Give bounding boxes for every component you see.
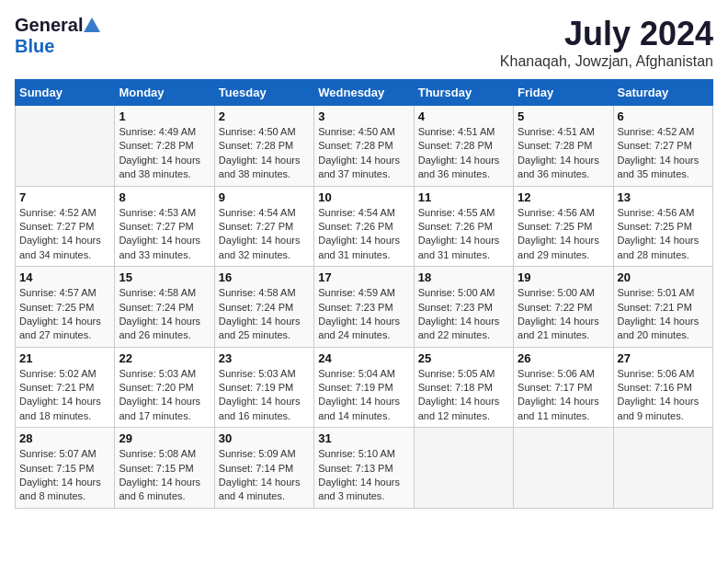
calendar-week-row: 14Sunrise: 4:57 AMSunset: 7:25 PMDayligh…	[16, 267, 713, 348]
calendar-cell: 19Sunrise: 5:00 AMSunset: 7:22 PMDayligh…	[514, 267, 613, 348]
calendar-cell: 27Sunrise: 5:06 AMSunset: 7:16 PMDayligh…	[613, 347, 712, 428]
sunset-text: Sunset: 7:17 PM	[518, 381, 609, 395]
calendar-cell: 6Sunrise: 4:52 AMSunset: 7:27 PMDaylight…	[613, 106, 712, 187]
calendar-cell: 4Sunrise: 4:51 AMSunset: 7:28 PMDaylight…	[414, 106, 513, 187]
sunrise-text: Sunrise: 4:52 AM	[19, 206, 110, 220]
day-number: 21	[19, 351, 110, 365]
calendar-cell: 17Sunrise: 4:59 AMSunset: 7:23 PMDayligh…	[314, 267, 414, 348]
calendar-week-row: 21Sunrise: 5:02 AMSunset: 7:21 PMDayligh…	[16, 347, 713, 428]
calendar-cell: 28Sunrise: 5:07 AMSunset: 7:15 PMDayligh…	[16, 428, 115, 509]
daylight-text: Daylight: 14 hours and 25 minutes.	[219, 315, 310, 343]
day-number: 27	[618, 351, 709, 365]
day-info: Sunrise: 5:03 AMSunset: 7:20 PMDaylight:…	[119, 367, 210, 424]
day-info: Sunrise: 4:56 AMSunset: 7:25 PMDaylight:…	[518, 206, 609, 263]
sunrise-text: Sunrise: 5:06 AM	[618, 367, 709, 381]
sunrise-text: Sunrise: 4:56 AM	[518, 206, 609, 220]
calendar-week-row: 28Sunrise: 5:07 AMSunset: 7:15 PMDayligh…	[16, 428, 713, 509]
daylight-text: Daylight: 14 hours and 34 minutes.	[19, 234, 110, 262]
day-number: 20	[618, 270, 709, 284]
daylight-text: Daylight: 14 hours and 35 minutes.	[618, 154, 709, 182]
daylight-text: Daylight: 14 hours and 8 minutes.	[19, 476, 110, 504]
calendar-week-row: 7Sunrise: 4:52 AMSunset: 7:27 PMDaylight…	[16, 186, 713, 267]
sunset-text: Sunset: 7:14 PM	[219, 462, 310, 476]
day-info: Sunrise: 4:59 AMSunset: 7:23 PMDaylight:…	[318, 286, 409, 343]
calendar-cell: 21Sunrise: 5:02 AMSunset: 7:21 PMDayligh…	[16, 347, 115, 428]
day-header-thursday: Thursday	[414, 80, 513, 106]
sunrise-text: Sunrise: 5:01 AM	[618, 286, 709, 300]
title-area: July 2024 Khanaqah, Jowzjan, Afghanistan	[500, 15, 713, 70]
day-info: Sunrise: 4:51 AMSunset: 7:28 PMDaylight:…	[418, 125, 509, 182]
sunrise-text: Sunrise: 5:02 AM	[19, 367, 110, 381]
day-number: 24	[318, 351, 409, 365]
sunrise-text: Sunrise: 4:51 AM	[518, 125, 609, 139]
daylight-text: Daylight: 14 hours and 18 minutes.	[19, 395, 110, 423]
sunrise-text: Sunrise: 5:07 AM	[19, 447, 110, 461]
calendar-cell: 13Sunrise: 4:56 AMSunset: 7:25 PMDayligh…	[613, 186, 712, 267]
sunset-text: Sunset: 7:21 PM	[618, 301, 709, 315]
calendar-cell: 1Sunrise: 4:49 AMSunset: 7:28 PMDaylight…	[115, 106, 214, 187]
sunset-text: Sunset: 7:28 PM	[418, 139, 509, 153]
day-number: 9	[219, 190, 310, 204]
sunset-text: Sunset: 7:24 PM	[119, 301, 210, 315]
month-title: July 2024	[500, 15, 713, 53]
day-number: 7	[19, 190, 110, 204]
day-info: Sunrise: 4:52 AMSunset: 7:27 PMDaylight:…	[618, 125, 709, 182]
sunrise-text: Sunrise: 5:09 AM	[219, 447, 310, 461]
day-info: Sunrise: 4:58 AMSunset: 7:24 PMDaylight:…	[219, 286, 310, 343]
sunset-text: Sunset: 7:27 PM	[219, 220, 310, 234]
daylight-text: Daylight: 14 hours and 21 minutes.	[518, 315, 609, 343]
calendar-table: SundayMondayTuesdayWednesdayThursdayFrid…	[15, 79, 713, 509]
day-header-wednesday: Wednesday	[314, 80, 414, 106]
day-info: Sunrise: 5:06 AMSunset: 7:16 PMDaylight:…	[618, 367, 709, 424]
day-info: Sunrise: 5:03 AMSunset: 7:19 PMDaylight:…	[219, 367, 310, 424]
sunset-text: Sunset: 7:26 PM	[318, 220, 409, 234]
sunset-text: Sunset: 7:28 PM	[119, 139, 210, 153]
day-header-monday: Monday	[115, 80, 214, 106]
sunrise-text: Sunrise: 4:52 AM	[618, 125, 709, 139]
daylight-text: Daylight: 14 hours and 17 minutes.	[119, 395, 210, 423]
sunrise-text: Sunrise: 5:00 AM	[518, 286, 609, 300]
calendar-cell: 22Sunrise: 5:03 AMSunset: 7:20 PMDayligh…	[115, 347, 214, 428]
sunset-text: Sunset: 7:24 PM	[219, 301, 310, 315]
logo-icon	[84, 17, 100, 32]
daylight-text: Daylight: 14 hours and 24 minutes.	[318, 315, 409, 343]
daylight-text: Daylight: 14 hours and 6 minutes.	[119, 476, 210, 504]
calendar-cell: 18Sunrise: 5:00 AMSunset: 7:23 PMDayligh…	[414, 267, 513, 348]
calendar-cell: 2Sunrise: 4:50 AMSunset: 7:28 PMDaylight…	[214, 106, 313, 187]
sunrise-text: Sunrise: 4:50 AM	[219, 125, 310, 139]
sunrise-text: Sunrise: 4:54 AM	[318, 206, 409, 220]
day-number: 28	[19, 431, 110, 445]
day-info: Sunrise: 5:05 AMSunset: 7:18 PMDaylight:…	[418, 367, 509, 424]
logo: General Blue	[15, 15, 100, 57]
day-number: 12	[518, 190, 609, 204]
sunrise-text: Sunrise: 4:59 AM	[318, 286, 409, 300]
sunset-text: Sunset: 7:26 PM	[418, 220, 509, 234]
sunrise-text: Sunrise: 5:06 AM	[518, 367, 609, 381]
day-info: Sunrise: 4:50 AMSunset: 7:28 PMDaylight:…	[219, 125, 310, 182]
day-number: 26	[518, 351, 609, 365]
calendar-cell: 15Sunrise: 4:58 AMSunset: 7:24 PMDayligh…	[115, 267, 214, 348]
daylight-text: Daylight: 14 hours and 14 minutes.	[318, 395, 409, 423]
day-info: Sunrise: 5:07 AMSunset: 7:15 PMDaylight:…	[19, 447, 110, 504]
day-info: Sunrise: 5:09 AMSunset: 7:14 PMDaylight:…	[219, 447, 310, 504]
calendar-cell: 25Sunrise: 5:05 AMSunset: 7:18 PMDayligh…	[414, 347, 513, 428]
calendar-cell: 14Sunrise: 4:57 AMSunset: 7:25 PMDayligh…	[16, 267, 115, 348]
sunrise-text: Sunrise: 4:49 AM	[119, 125, 210, 139]
sunset-text: Sunset: 7:21 PM	[19, 381, 110, 395]
sunrise-text: Sunrise: 5:05 AM	[418, 367, 509, 381]
calendar-cell	[414, 428, 513, 509]
day-number: 1	[119, 109, 210, 123]
sunrise-text: Sunrise: 4:58 AM	[119, 286, 210, 300]
calendar-cell: 26Sunrise: 5:06 AMSunset: 7:17 PMDayligh…	[514, 347, 613, 428]
day-info: Sunrise: 4:54 AMSunset: 7:26 PMDaylight:…	[318, 206, 409, 263]
sunrise-text: Sunrise: 4:53 AM	[119, 206, 210, 220]
calendar-cell: 16Sunrise: 4:58 AMSunset: 7:24 PMDayligh…	[214, 267, 313, 348]
sunset-text: Sunset: 7:23 PM	[418, 301, 509, 315]
day-number: 29	[119, 431, 210, 445]
sunrise-text: Sunrise: 5:03 AM	[219, 367, 310, 381]
calendar-cell: 23Sunrise: 5:03 AMSunset: 7:19 PMDayligh…	[214, 347, 313, 428]
sunset-text: Sunset: 7:27 PM	[618, 139, 709, 153]
daylight-text: Daylight: 14 hours and 31 minutes.	[318, 234, 409, 262]
day-info: Sunrise: 4:54 AMSunset: 7:27 PMDaylight:…	[219, 206, 310, 263]
day-number: 4	[418, 109, 509, 123]
